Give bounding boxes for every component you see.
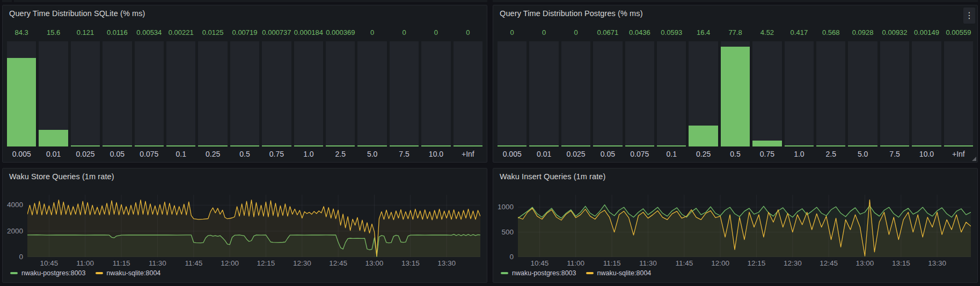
bar-value-label: 0 (454, 28, 482, 37)
panel-query-time-distribution-sqlite: Query Time Distribution SQLite (% ms) 84… (2, 5, 487, 163)
bar-value-label: 0.000737 (262, 28, 291, 37)
bar-value-label: 0.00221 (166, 28, 195, 37)
x-axis-label: 13:00 (361, 259, 388, 267)
bucket-label: 7.5 (390, 146, 419, 160)
histogram-column: 00.005 (498, 28, 526, 160)
histogram-bar-fill (166, 145, 195, 146)
histogram-bar (880, 41, 909, 146)
histogram-column: 0.002210.1 (166, 28, 195, 160)
bar-value-label: 0.00559 (944, 28, 973, 37)
panel-menu-icon[interactable]: ⋮ (963, 8, 975, 24)
panel-title[interactable]: Waku Store Queries (1m rate) (9, 172, 114, 181)
bucket-label: 2.5 (326, 146, 355, 160)
bucket-label: 0.1 (166, 146, 195, 160)
grafana-dashboard: Query Time Distribution SQLite (% ms) 84… (0, 0, 980, 286)
histogram-bar (71, 41, 100, 146)
histogram-bar (529, 41, 558, 146)
bucket-label: 0.025 (71, 146, 100, 160)
bar-value-label: 0.0125 (198, 28, 227, 37)
bucket-label: 0.75 (262, 146, 291, 160)
histogram-column: 16.40.25 (689, 28, 718, 160)
histogram-column: 00.025 (561, 28, 590, 160)
x-axis-label: 13:15 (397, 259, 424, 267)
bucket-label: 0.05 (593, 146, 622, 160)
x-axis-label: 10:45 (526, 259, 553, 267)
x-axis-label: 12:45 (325, 259, 352, 267)
bucket-label: 0.025 (561, 146, 590, 160)
x-axis-label: 11:45 (180, 259, 207, 267)
bar-value-label: 0.00534 (135, 28, 164, 37)
x-axis-label: 12:00 (707, 259, 734, 267)
bar-value-label: 0.417 (785, 28, 814, 37)
legend-item[interactable]: nwaku-postgres:8003 (501, 269, 576, 277)
y-axis-label: 4000 (3, 201, 23, 209)
histogram-column: 0.5682.5 (816, 28, 845, 160)
histogram-bar (103, 41, 131, 146)
bucket-label: 2.5 (816, 146, 845, 160)
histogram-bar (752, 41, 781, 146)
panel-waku-insert-queries: Waku Insert Queries (1m rate) 05001000 1… (493, 168, 978, 283)
bar-value-label: 84.3 (7, 28, 36, 37)
legend-item[interactable]: nwaku-sqlite:8004 (586, 269, 652, 277)
histogram-bar (135, 41, 164, 146)
x-axis-label: 12:15 (252, 259, 279, 267)
histogram-bar-fill (7, 58, 36, 146)
histogram-column: 84.30.005 (7, 28, 36, 160)
bar-value-label: 0.000369 (326, 28, 355, 37)
bar-value-label: 16.4 (689, 28, 718, 37)
bucket-label: 1.0 (785, 146, 814, 160)
bar-value-label: 0.000184 (294, 28, 323, 37)
legend-swatch-icon (10, 272, 18, 274)
panel-title[interactable]: Query Time Distribution Postgres (% ms) (500, 9, 643, 18)
x-axis-label: 11:00 (72, 259, 99, 267)
histogram-bar (912, 41, 941, 146)
histogram-bar (166, 41, 195, 146)
x-axis-label: 11:30 (144, 259, 171, 267)
x-axis-label: 13:30 (924, 259, 950, 267)
histogram-column: 0.0003692.5 (326, 28, 355, 160)
histogram-bar-fill (135, 145, 164, 146)
bar-value-label: 77.8 (721, 28, 750, 37)
bucket-label: 0.075 (135, 146, 164, 160)
bucket-label: +Inf (454, 146, 482, 160)
panel-title[interactable]: Query Time Distribution SQLite (% ms) (9, 9, 145, 18)
bucket-label: 0.005 (498, 146, 526, 160)
bucket-label: 0.25 (689, 146, 718, 160)
bar-value-label: 0.0928 (848, 28, 877, 37)
histogram-column: 0.00559+Inf (944, 28, 973, 160)
bucket-label: 5.0 (357, 146, 386, 160)
x-axis-label: 13:30 (433, 259, 460, 267)
histogram-column: 0.0007370.75 (262, 28, 291, 160)
histogram-bar (262, 41, 291, 146)
store-queries-plot[interactable] (27, 195, 480, 257)
bucket-label: 7.5 (880, 146, 909, 160)
bucket-label: 0.05 (103, 146, 131, 160)
panel-resize-handle-icon[interactable] (972, 157, 976, 161)
y-axis-label: 500 (493, 228, 514, 236)
histogram-column: 15.60.01 (39, 28, 68, 160)
histogram-bar (657, 41, 686, 146)
insert-queries-plot[interactable] (518, 195, 971, 257)
histogram-bar-fill (198, 145, 227, 146)
histogram-bar (593, 41, 622, 146)
x-axis-label: 13:15 (888, 259, 915, 267)
bar-value-label: 0 (498, 28, 526, 37)
histogram-column: 0.0014910.0 (912, 28, 941, 160)
bucket-label: 0.75 (752, 146, 781, 160)
legend-swatch-icon (586, 272, 594, 274)
x-axis-label: 11:00 (562, 259, 589, 267)
histogram-bar (848, 41, 877, 146)
y-axis-label: 2000 (3, 227, 23, 235)
histogram-bar-fill (230, 145, 259, 146)
histogram-bar (625, 41, 654, 146)
legend-label: nwaku-sqlite:8004 (597, 269, 652, 277)
legend-item[interactable]: nwaku-postgres:8003 (10, 269, 86, 277)
series-area (27, 200, 480, 257)
legend-item[interactable]: nwaku-sqlite:8004 (96, 269, 161, 277)
legend: nwaku-postgres:8003nwaku-sqlite:8004 (10, 269, 160, 277)
x-axis-label: 11:45 (671, 259, 698, 267)
histogram-sqlite: 84.30.00515.60.010.1210.0250.01160.050.0… (7, 28, 482, 160)
histogram-column: 010.0 (421, 28, 450, 160)
histogram-bar (421, 41, 450, 146)
panel-title[interactable]: Waku Insert Queries (1m rate) (500, 172, 605, 181)
